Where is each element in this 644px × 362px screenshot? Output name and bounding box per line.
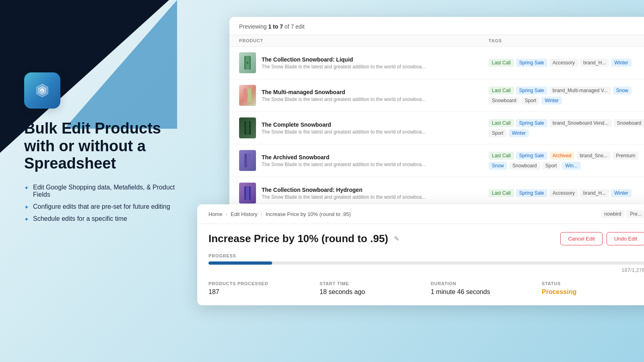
breadcrumb-right-tag-2: Pre... bbox=[627, 210, 644, 218]
tag: brand_Sno... bbox=[576, 152, 611, 160]
progress-count: 187/1,276 bbox=[208, 267, 644, 273]
tag: Spring Sale bbox=[516, 86, 547, 95]
tag: Snow bbox=[613, 86, 632, 95]
preview-range: 1 to 7 bbox=[268, 23, 283, 30]
feature-icon-2: ✦ bbox=[24, 204, 29, 210]
tag: Spring Sale bbox=[516, 119, 547, 127]
tag: brand_H... bbox=[580, 59, 609, 67]
tag: Winter bbox=[509, 129, 529, 137]
progress-card: Home › Edit History › Increase Price by … bbox=[197, 204, 644, 305]
stat-value: 1 minute 46 seconds bbox=[431, 288, 534, 296]
product-thumbnail bbox=[239, 85, 256, 106]
breadcrumb-edit-history[interactable]: Edit History bbox=[231, 211, 257, 217]
stat-label: STATUS bbox=[542, 281, 644, 286]
tag: Snowboard bbox=[509, 162, 540, 170]
status-badge: Processing bbox=[542, 288, 644, 296]
tag: brand_Snowboard Vend... bbox=[549, 119, 612, 127]
table-row: The Archived Snowboard The Snow Blade is… bbox=[229, 144, 644, 177]
feature-item-3: ✦ Schedule edits for a specific time bbox=[24, 215, 177, 222]
tags-cell: Last Call Spring Sale Archived brand_Sno… bbox=[489, 152, 644, 170]
tag: Snow bbox=[489, 162, 507, 170]
table-row: The Collection Snowboard: Liquid The Sno… bbox=[229, 47, 644, 79]
stat-duration: DURATION 1 minute 46 seconds bbox=[431, 281, 534, 296]
feature-item-1: ✦ Edit Google Shopping data, Metafields,… bbox=[24, 184, 177, 198]
product-cell: The Collection Snowboard: Liquid The Sno… bbox=[239, 52, 489, 73]
preview-header-text: Previewing bbox=[239, 23, 268, 30]
table-row: The Complete Snowboard The Snow Blade is… bbox=[229, 112, 644, 144]
tag: Last Call bbox=[489, 152, 514, 160]
product-info: The Complete Snowboard The Snow Blade is… bbox=[262, 121, 426, 135]
svg-text:+: + bbox=[41, 89, 43, 93]
stat-value: 187 bbox=[208, 288, 312, 296]
tag: brand_H... bbox=[580, 189, 609, 197]
svg-rect-8 bbox=[246, 121, 249, 135]
product-thumbnail bbox=[239, 52, 256, 73]
left-panel: + Bulk Edit Products with or without a S… bbox=[0, 0, 201, 362]
tag: Winter bbox=[611, 59, 632, 67]
stats-row: PRODUCTS PROCESSED 187 START TIME 18 sec… bbox=[208, 281, 644, 296]
breadcrumb-right-tags: nowbird Pre... bbox=[601, 210, 644, 218]
tag: Accessory bbox=[549, 189, 578, 197]
product-info: The Collection Snowboard: Liquid The Sno… bbox=[262, 56, 426, 70]
tag: Accessory bbox=[549, 59, 578, 67]
stat-start-time: START TIME 18 seconds ago bbox=[320, 281, 423, 296]
tags-cell: Last Call Spring Sale Accessory brand_H.… bbox=[489, 189, 644, 197]
tag: Spring Sale bbox=[516, 189, 547, 197]
stat-status: STATUS Processing bbox=[542, 281, 644, 296]
tag: Last Call bbox=[489, 189, 514, 197]
tag: Winter bbox=[541, 97, 562, 105]
tags-cell: Last Call Spring Sale brand_Multi-manage… bbox=[489, 86, 644, 105]
tag: Sport bbox=[542, 162, 560, 170]
product-desc: The Snow Blade is the latest and greates… bbox=[262, 194, 426, 200]
product-cell: The Multi-managed Snowboard The Snow Bla… bbox=[239, 85, 489, 106]
feature-text-1: Edit Google Shopping data, Metafields, &… bbox=[33, 184, 177, 198]
tag: Last Call bbox=[489, 119, 514, 127]
breadcrumb-sep-1: › bbox=[226, 211, 227, 217]
progress-card-body: Increase Price by 10% (round to .95) ✎ C… bbox=[197, 224, 644, 305]
tag: Sport bbox=[489, 129, 507, 137]
tag: Spring Sale bbox=[516, 59, 547, 67]
product-desc: The Snow Blade is the latest and greates… bbox=[262, 129, 426, 135]
breadcrumb-home[interactable]: Home bbox=[208, 211, 223, 217]
app-icon: + bbox=[24, 72, 60, 109]
product-cell: The Archived Snowboard The Snow Blade is… bbox=[239, 150, 489, 171]
feature-text-3: Schedule edits for a specific time bbox=[33, 215, 127, 222]
feature-text-2: Configure edits that are pre-set for fut… bbox=[33, 203, 170, 210]
stat-products-processed: PRODUCTS PROCESSED 187 bbox=[208, 281, 312, 296]
product-desc: The Snow Blade is the latest and greates… bbox=[262, 162, 426, 167]
tag: Premium bbox=[613, 152, 638, 160]
edit-title: Increase Price by 10% (round to .95) bbox=[208, 232, 388, 245]
svg-rect-6 bbox=[248, 88, 252, 102]
cancel-edit-button[interactable]: Cancel Edit bbox=[560, 232, 602, 245]
tag: Spring Sale bbox=[516, 152, 547, 160]
tags-cell: Last Call Spring Sale Accessory brand_H.… bbox=[489, 59, 644, 67]
svg-rect-12 bbox=[246, 186, 249, 200]
preview-header: Previewing 1 to 7 of 7 edit bbox=[229, 17, 644, 35]
breadcrumb: Home › Edit History › Increase Price by … bbox=[197, 204, 644, 224]
product-thumbnail bbox=[239, 150, 256, 171]
stat-label: DURATION bbox=[431, 281, 534, 286]
product-name: The Complete Snowboard bbox=[262, 121, 426, 128]
breadcrumb-sep-2: › bbox=[261, 211, 262, 217]
stat-label: PRODUCTS PROCESSED bbox=[208, 281, 312, 286]
stat-value: 18 seconds ago bbox=[320, 288, 423, 296]
table-header: PRODUCT TAGS bbox=[229, 35, 644, 47]
feature-icon-1: ✦ bbox=[24, 185, 29, 191]
undo-edit-button[interactable]: Undo Edit bbox=[607, 232, 644, 245]
svg-point-4 bbox=[247, 62, 248, 64]
breadcrumb-current: Increase Price by 10% (round to .95) bbox=[266, 211, 351, 217]
product-cell: The Collection Snowboard: Hydrogen The S… bbox=[239, 183, 489, 204]
preview-card: Previewing 1 to 7 of 7 edit PRODUCT TAGS… bbox=[229, 17, 644, 210]
product-name: The Collection Snowboard: Hydrogen bbox=[262, 187, 426, 193]
table-row: The Multi-managed Snowboard The Snow Bla… bbox=[229, 79, 644, 112]
edit-pencil-icon[interactable]: ✎ bbox=[394, 235, 399, 243]
edit-title-row: Increase Price by 10% (round to .95) ✎ C… bbox=[208, 232, 644, 245]
breadcrumb-right-tag-1: nowbird bbox=[601, 210, 624, 218]
product-desc: The Snow Blade is the latest and greates… bbox=[262, 97, 426, 102]
action-buttons: Cancel Edit Undo Edit bbox=[560, 232, 644, 245]
product-info: The Archived Snowboard The Snow Blade is… bbox=[262, 154, 426, 167]
product-name: The Archived Snowboard bbox=[262, 154, 426, 160]
product-thumbnail bbox=[239, 183, 256, 204]
svg-rect-5 bbox=[244, 88, 247, 102]
tag: brand_Multi-managed V... bbox=[549, 86, 611, 95]
